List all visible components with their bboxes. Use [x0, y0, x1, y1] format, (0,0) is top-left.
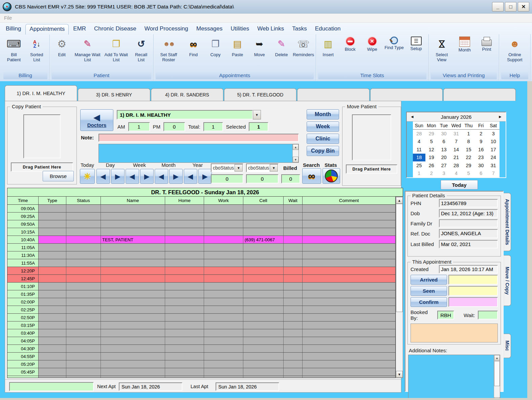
- comment-cell[interactable]: [303, 314, 395, 321]
- work-cell[interactable]: [204, 275, 243, 282]
- type-cell[interactable]: [39, 329, 66, 337]
- status-cell[interactable]: [66, 306, 101, 313]
- type-cell[interactable]: [39, 213, 66, 220]
- sorted-list-button[interactable]: AZ↓Sorted List: [25, 36, 48, 63]
- ribbon-tab-web-links[interactable]: Web Links: [253, 24, 288, 34]
- status-cell[interactable]: [66, 290, 101, 298]
- ribbon-tab-utilities[interactable]: Utilities: [227, 24, 253, 34]
- wait-cell[interactable]: [284, 228, 303, 236]
- calendar-day[interactable]: 1: [413, 170, 425, 178]
- menu-item-file[interactable]: File: [4, 15, 12, 21]
- ribbon-tab-education[interactable]: Education: [311, 24, 345, 34]
- type-cell[interactable]: [39, 244, 66, 251]
- type-cell[interactable]: [39, 267, 66, 274]
- cell-cell[interactable]: [243, 244, 284, 251]
- work-cell[interactable]: [204, 368, 243, 376]
- month-next-button[interactable]: ▶: [169, 169, 183, 184]
- comment-cell[interactable]: [303, 329, 395, 337]
- doctor-tab-blank[interactable]: [443, 88, 516, 101]
- home-cell[interactable]: [165, 283, 204, 290]
- note-input[interactable]: [98, 134, 299, 142]
- work-cell[interactable]: [204, 213, 243, 220]
- calendar-day[interactable]: 17: [487, 146, 500, 154]
- name-cell[interactable]: [101, 345, 165, 352]
- type-cell[interactable]: [39, 290, 66, 298]
- insert-button[interactable]: ▥Insert: [317, 36, 339, 59]
- status-cell[interactable]: [66, 376, 101, 378]
- schedule-row-05-20p[interactable]: 05:20P: [7, 360, 395, 368]
- schedule-row-04-30p[interactable]: 04:30P: [7, 345, 395, 353]
- bill-patient-button[interactable]: ⌨Bill Patient: [3, 36, 25, 63]
- calendar-next-icon[interactable]: ►: [498, 114, 502, 119]
- doctor-select[interactable]: 1) DR. I. M. HEALTHY ▼: [117, 110, 261, 119]
- chevron-down-icon[interactable]: ▼: [270, 164, 278, 172]
- status-cell[interactable]: [66, 228, 101, 236]
- cell-cell[interactable]: [243, 275, 284, 282]
- comment-cell[interactable]: [303, 236, 395, 243]
- schedule-row-09-25a[interactable]: 09:25A: [7, 213, 395, 220]
- name-cell[interactable]: [101, 251, 165, 259]
- schedule-row-04-05p[interactable]: 04:05P: [7, 337, 395, 345]
- type-cell[interactable]: [39, 283, 66, 290]
- status-cell[interactable]: [66, 321, 101, 329]
- cell-cell[interactable]: [243, 321, 284, 329]
- calendar-day[interactable]: 6: [438, 138, 450, 146]
- type-cell[interactable]: [39, 376, 66, 378]
- schedule-row-10-15a[interactable]: 10:15A: [7, 228, 395, 236]
- scrollbar-thumb[interactable]: [494, 361, 500, 386]
- schedule-row-04-55p[interactable]: 04:55P: [7, 353, 395, 360]
- calendar-day[interactable]: 30: [438, 130, 450, 138]
- work-cell[interactable]: [204, 290, 243, 298]
- name-cell[interactable]: [101, 321, 165, 329]
- work-cell[interactable]: [204, 251, 243, 259]
- wipe-button[interactable]: ✕Wipe: [361, 36, 383, 53]
- copy-button[interactable]: ❐Copy: [205, 36, 226, 59]
- year-prev-button[interactable]: ◀: [184, 169, 197, 184]
- name-cell[interactable]: [101, 220, 165, 228]
- home-cell[interactable]: [165, 360, 204, 368]
- wait-cell[interactable]: [284, 345, 303, 352]
- home-cell[interactable]: [165, 213, 204, 220]
- block-button[interactable]: Block: [339, 36, 361, 53]
- comment-cell[interactable]: [303, 345, 395, 352]
- schedule-row-10-40a[interactable]: 10:40ATEST, PATIENT(639) 471-0067: [7, 236, 395, 244]
- wait-cell[interactable]: [284, 314, 303, 321]
- chevron-down-icon[interactable]: ▼: [235, 164, 243, 172]
- status-cell[interactable]: [66, 213, 101, 220]
- reminders-button[interactable]: ☏Reminders: [293, 36, 314, 59]
- status-cell[interactable]: [66, 275, 101, 282]
- cell-cell[interactable]: [243, 314, 284, 321]
- work-cell[interactable]: [204, 360, 243, 368]
- scroll-down-icon[interactable]: ▼: [293, 157, 298, 162]
- online-support-button[interactable]: ☻Online Support: [501, 36, 529, 63]
- set-staff-roster-button[interactable]: ☻☻Set Staff Roster: [155, 36, 182, 63]
- work-cell[interactable]: [204, 298, 243, 306]
- name-cell[interactable]: [101, 205, 165, 212]
- work-cell[interactable]: [204, 283, 243, 290]
- print-button[interactable]: Print: [476, 36, 497, 53]
- day-note-memo[interactable]: ▲ ▼: [98, 144, 299, 163]
- home-cell[interactable]: [165, 298, 204, 306]
- calendar-day[interactable]: 29: [462, 161, 475, 170]
- calendar-day[interactable]: 20: [438, 154, 450, 162]
- calendar-day[interactable]: 11: [413, 146, 425, 154]
- schedule-row-12-20p[interactable]: 12:20P: [7, 267, 395, 275]
- home-cell[interactable]: [165, 228, 204, 236]
- comment-cell[interactable]: [303, 259, 395, 267]
- wait-cell[interactable]: [284, 298, 303, 306]
- work-cell[interactable]: [204, 376, 243, 378]
- name-cell[interactable]: [101, 314, 165, 321]
- close-button[interactable]: ✕: [518, 2, 529, 12]
- wait-cell[interactable]: [284, 353, 303, 360]
- side-tab-move-copy[interactable]: Move / Copy: [504, 255, 511, 306]
- side-tab-misc[interactable]: Misc: [504, 334, 511, 358]
- calendar-day[interactable]: 9: [475, 138, 487, 146]
- comment-cell[interactable]: [303, 213, 395, 220]
- wait-cell[interactable]: [284, 360, 303, 368]
- appointment-note-memo[interactable]: [411, 324, 498, 342]
- cell-cell[interactable]: [243, 251, 284, 259]
- ribbon-tab-appointments[interactable]: Appointments: [25, 24, 69, 35]
- home-cell[interactable]: [165, 376, 204, 378]
- calendar-day[interactable]: 6: [475, 170, 487, 178]
- type-cell[interactable]: [39, 321, 66, 329]
